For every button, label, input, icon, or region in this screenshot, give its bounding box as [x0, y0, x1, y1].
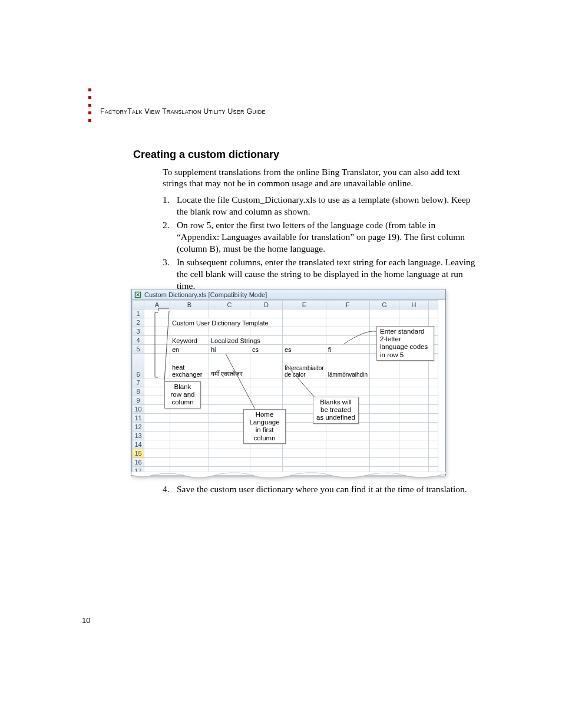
- cell: heat exchanger: [170, 354, 209, 378]
- row-header: 10: [133, 405, 144, 414]
- step-text: Save the custom user dictionary where yo…: [177, 483, 480, 495]
- cell: Localized Strings: [209, 336, 283, 345]
- step-2: 2. On row 5, enter the first two letters…: [163, 219, 484, 254]
- step-number: 3.: [163, 256, 174, 268]
- row-header: 1: [133, 309, 144, 318]
- step-text: On row 5, enter the first two letters of…: [177, 219, 480, 254]
- excel-icon: [134, 291, 141, 298]
- row-header: 14: [133, 440, 144, 449]
- row-header: 6: [133, 354, 144, 378]
- cell: es: [283, 345, 326, 354]
- grid-corner: [133, 301, 144, 309]
- cell: hi: [209, 345, 250, 354]
- row-header: 7: [133, 378, 144, 387]
- row-header: 16: [133, 458, 144, 467]
- callout-home-language: Home Language in first column: [243, 409, 286, 444]
- step-4: 4. Save the custom user dictionary where…: [163, 483, 484, 495]
- torn-edge: [131, 472, 446, 480]
- row-header: 3: [133, 327, 144, 336]
- cell: cs: [250, 345, 283, 354]
- row-header: 11: [133, 414, 144, 423]
- step-1: 1. Locate the file Custom_Dictionary.xls…: [163, 194, 484, 218]
- section-heading: Creating a custom dictionary: [133, 149, 279, 161]
- cell: Keyword: [170, 336, 209, 345]
- callout-language-codes: Enter standard 2-letter language codes i…: [376, 326, 434, 361]
- col-header: H: [399, 301, 428, 309]
- row-header: 4: [133, 336, 144, 345]
- col-header: G: [369, 301, 399, 309]
- step-text: In subsequent columns, enter the transla…: [177, 256, 480, 291]
- cell: Custom User Dictionary Template: [170, 318, 283, 327]
- row-header: 13: [133, 431, 144, 440]
- step-number: 2.: [163, 219, 174, 231]
- row-header: 5: [133, 345, 144, 354]
- cell: Intercambiador de calor: [283, 354, 326, 378]
- callout-blanks-undefined: Blanks will be treated as undefined: [313, 397, 359, 424]
- cell: en: [170, 345, 209, 354]
- row-header: 8: [133, 387, 144, 396]
- row-header: 2: [133, 318, 144, 327]
- running-header: FactoryTalk View Translation Utility Use…: [100, 107, 266, 116]
- row-header: 9: [133, 396, 144, 405]
- cell: fi: [326, 345, 369, 354]
- page-number: 10: [82, 616, 90, 625]
- col-header: A: [144, 301, 170, 309]
- spreadsheet-figure: Custom Dictionary.xls [Compatibility Mod…: [131, 289, 446, 476]
- step-text: Locate the file Custom_Dictionary.xls to…: [177, 194, 480, 218]
- callout-blank-row-column: Blank row and column: [164, 381, 201, 409]
- col-header: C: [209, 301, 250, 309]
- col-header: F: [326, 301, 369, 309]
- step-number: 1.: [163, 194, 174, 206]
- spreadsheet-title-text: Custom Dictionary.xls [Compatibility Mod…: [144, 291, 267, 298]
- cell: lämmönvaihdin: [326, 354, 369, 378]
- col-header: E: [283, 301, 326, 309]
- step-3: 3. In subsequent columns, enter the tran…: [163, 256, 484, 291]
- intro-paragraph: To supplement translations from the onli…: [163, 166, 481, 189]
- step-number: 4.: [163, 483, 174, 495]
- col-header: B: [170, 301, 209, 309]
- col-header: D: [250, 301, 283, 309]
- vertical-dot-accent: [88, 88, 91, 127]
- row-header-selected: 15: [133, 449, 144, 458]
- row-header: 12: [133, 423, 144, 431]
- col-header: [428, 301, 438, 309]
- spreadsheet-titlebar: Custom Dictionary.xls [Compatibility Mod…: [132, 289, 445, 300]
- cell: गर्मी एक्सचेंजर: [209, 354, 250, 378]
